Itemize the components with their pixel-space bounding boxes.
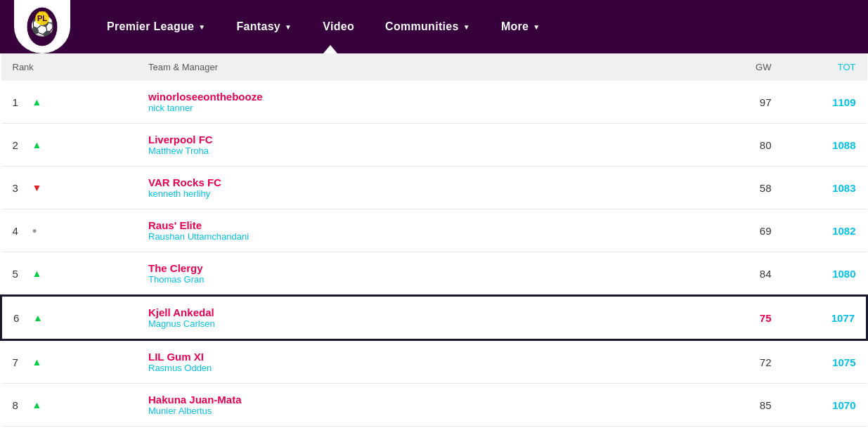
team-name[interactable]: Hakuna Juan-Mata <box>148 394 701 406</box>
gw-cell: 97 <box>713 81 783 124</box>
team-manager-cell: The ClergyThomas Gran <box>137 252 713 296</box>
gw-cell: 80 <box>713 124 783 167</box>
rank-number: 6 <box>13 312 27 324</box>
main-nav: Premier League ▼ Fantasy ▼ Video Communi… <box>91 0 854 53</box>
tot-cell: 1083 <box>783 167 867 209</box>
trend-down-icon: ▼ <box>32 182 42 193</box>
tot-cell: 1077 <box>783 296 867 340</box>
tot-cell: 1109 <box>783 81 867 124</box>
manager-name: Rasmus Odden <box>148 363 701 373</box>
manager-name: Thomas Gran <box>148 274 701 285</box>
tot-cell: 1082 <box>783 209 867 252</box>
gw-cell: 85 <box>713 384 783 427</box>
table-row[interactable]: 7▲LIL Gum XIRasmus Odden721075 <box>1 340 867 384</box>
table-row[interactable]: 8▲Hakuna Juan-MataMunier Albertus851070 <box>1 384 867 427</box>
table-row[interactable]: 4●Raus' EliteRaushan Uttamchandani691082 <box>1 209 867 252</box>
rank-number: 7 <box>13 356 27 368</box>
team-manager-cell: LIL Gum XIRasmus Odden <box>137 340 713 384</box>
nav-premier-league[interactable]: Premier League ▼ <box>91 0 221 53</box>
team-manager-cell: winorloseeontheboozenick tanner <box>137 81 713 124</box>
manager-name: Magnus Carlsen <box>148 318 701 329</box>
nav-fantasy[interactable]: Fantasy ▼ <box>221 0 307 53</box>
manager-name: nick tanner <box>148 103 701 113</box>
team-manager-cell: Hakuna Juan-MataMunier Albertus <box>137 384 713 427</box>
manager-name: kenneth herlihy <box>148 188 701 199</box>
table-row[interactable]: 2▲Liverpool FCMatthew Troha801088 <box>1 124 867 167</box>
nav-communities-arrow: ▼ <box>463 23 470 31</box>
nav-fantasy-arrow: ▼ <box>285 23 292 31</box>
nav-communities[interactable]: Communities ▼ <box>370 0 486 53</box>
manager-name: Raushan Uttamchandani <box>148 231 701 242</box>
table-row[interactable]: 6▲Kjell AnkedalMagnus Carlsen751077 <box>1 296 867 340</box>
team-manager-column-header: Team & Manager <box>137 53 713 81</box>
team-manager-cell: Raus' EliteRaushan Uttamchandani <box>137 209 713 252</box>
nav-premier-league-arrow: ▼ <box>198 23 205 31</box>
svg-text:PL: PL <box>37 14 47 22</box>
tot-cell: 1070 <box>783 384 867 427</box>
trend-up-icon: ▲ <box>32 399 42 410</box>
table-row[interactable]: 3▼VAR Rocks FCkenneth herlihy581083 <box>1 167 867 209</box>
table-row[interactable]: 5▲The ClergyThomas Gran841080 <box>1 252 867 296</box>
team-name[interactable]: winorloseeonthebooze <box>148 91 701 103</box>
rank-cell: 4● <box>1 209 138 252</box>
rank-number: 1 <box>13 96 27 108</box>
table-body: 1▲winorloseeontheboozenick tanner9711092… <box>1 81 867 427</box>
rank-cell: 7▲ <box>1 340 138 384</box>
team-name[interactable]: VAR Rocks FC <box>148 176 701 188</box>
team-manager-cell: VAR Rocks FCkenneth herlihy <box>137 167 713 209</box>
trend-up-icon: ▲ <box>33 312 43 323</box>
tot-column-header: TOT <box>783 53 867 81</box>
nav-more-arrow: ▼ <box>533 23 540 31</box>
manager-name: Matthew Troha <box>148 145 701 156</box>
gw-cell: 72 <box>713 340 783 384</box>
rank-cell: 2▲ <box>1 124 138 167</box>
leaderboard-table-container: Rank Team & Manager GW TOT 1▲winorloseeo… <box>0 53 868 427</box>
trend-up-icon: ▲ <box>32 96 42 108</box>
gw-cell: 84 <box>713 252 783 296</box>
fantasy-indicator <box>323 45 337 53</box>
gw-cell: 69 <box>713 209 783 252</box>
rank-number: 5 <box>13 268 27 280</box>
rank-cell: 3▼ <box>1 167 138 209</box>
team-manager-cell: Kjell AnkedalMagnus Carlsen <box>137 296 713 340</box>
team-name[interactable]: Liverpool FC <box>148 134 701 145</box>
team-name[interactable]: Kjell Ankedal <box>148 306 701 318</box>
table-header-row: Rank Team & Manager GW TOT <box>1 53 867 81</box>
logo[interactable]: ⚽ PL <box>14 0 70 53</box>
rank-cell: 6▲ <box>1 296 138 340</box>
premier-league-logo: ⚽ PL <box>25 6 60 48</box>
leaderboard-table: Rank Team & Manager GW TOT 1▲winorloseeo… <box>0 53 868 427</box>
rank-number: 4 <box>13 225 27 237</box>
rank-cell: 8▲ <box>1 384 138 427</box>
rank-column-header: Rank <box>1 53 138 81</box>
rank-number: 2 <box>13 139 27 151</box>
trend-up-icon: ▲ <box>32 356 42 368</box>
main-header: ⚽ PL Premier League ▼ Fantasy ▼ Video Co… <box>0 0 868 53</box>
trend-up-icon: ▲ <box>32 268 42 279</box>
rank-number: 8 <box>13 399 27 411</box>
team-name[interactable]: The Clergy <box>148 262 701 274</box>
team-manager-cell: Liverpool FCMatthew Troha <box>137 124 713 167</box>
rank-number: 3 <box>13 182 27 194</box>
rank-cell: 1▲ <box>1 81 138 124</box>
nav-video[interactable]: Video <box>307 0 370 53</box>
team-name[interactable]: LIL Gum XI <box>148 351 701 363</box>
gw-column-header: GW <box>713 53 783 81</box>
gw-cell: 58 <box>713 167 783 209</box>
trend-neutral-icon: ● <box>32 226 37 235</box>
trend-up-icon: ▲ <box>32 139 42 150</box>
table-row[interactable]: 1▲winorloseeontheboozenick tanner971109 <box>1 81 867 124</box>
tot-cell: 1088 <box>783 124 867 167</box>
rank-cell: 5▲ <box>1 252 138 296</box>
gw-cell: 75 <box>713 296 783 340</box>
team-name[interactable]: Raus' Elite <box>148 219 701 231</box>
tot-cell: 1075 <box>783 340 867 384</box>
nav-more[interactable]: More ▼ <box>486 0 556 53</box>
manager-name: Munier Albertus <box>148 406 701 416</box>
tot-cell: 1080 <box>783 252 867 296</box>
